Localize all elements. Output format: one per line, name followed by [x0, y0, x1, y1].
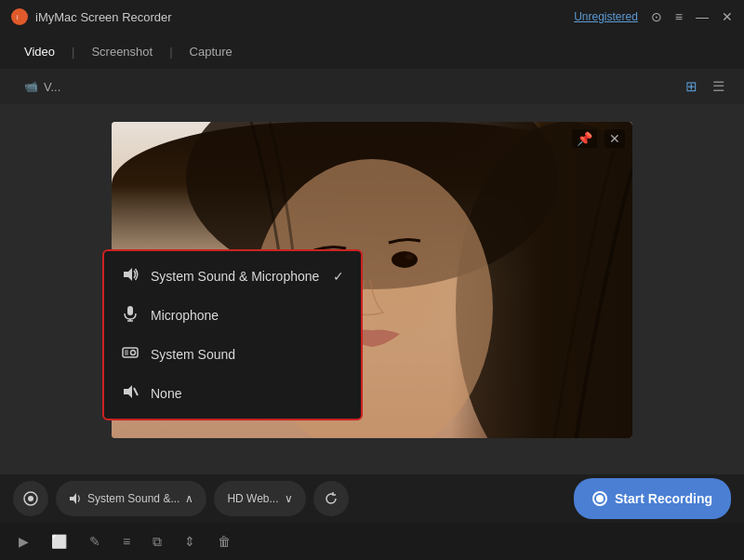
dropdown-item-none[interactable]: None — [104, 374, 361, 413]
dropdown-item-system-sound-mic[interactable]: System Sound & Microphone ✓ — [104, 257, 361, 296]
svg-point-6 — [392, 251, 418, 268]
tab-sep1: | — [72, 45, 74, 59]
microphone-label: Microphone — [151, 308, 344, 323]
system-sound-icon — [121, 344, 140, 365]
checkmark-icon: ✓ — [333, 269, 344, 284]
recording-circle-icon — [592, 491, 607, 506]
quality-label: HD Web... — [227, 492, 278, 505]
audio-source-label: System Sound &... — [87, 492, 179, 505]
tab-row: Video | Screenshot | Capture — [0, 33, 744, 69]
audio-dropdown-panel: System Sound & Microphone ✓ Microphone — [102, 249, 363, 420]
dropdown-item-system-sound[interactable]: System Sound — [104, 335, 361, 374]
main-area: 📹 V... ⊞ ☰ — [0, 69, 744, 560]
edit-btn[interactable]: ✎ — [86, 530, 104, 553]
audio-source-dropdown[interactable]: System Sound &... ∧ — [56, 481, 206, 516]
recording-dot — [596, 495, 604, 502]
delete-btn[interactable]: 🗑 — [214, 530, 234, 553]
system-sound-label: System Sound — [151, 347, 344, 362]
title-bar-left: i iMyMac Screen Recorder — [11, 8, 172, 25]
close-icon[interactable]: ✕ — [722, 9, 733, 24]
menu-icon[interactable]: ≡ — [675, 9, 683, 24]
content-header: 📹 V... ⊞ ☰ — [0, 69, 744, 104]
svg-point-8 — [405, 254, 413, 260]
dropdown-item-microphone[interactable]: Microphone — [104, 296, 361, 335]
screen-btn[interactable]: ⬜ — [47, 530, 71, 553]
svg-rect-14 — [125, 350, 128, 355]
camera-close-icon[interactable]: ✕ — [604, 129, 625, 148]
grid-view-btn[interactable]: ⊞ — [681, 75, 702, 98]
settings-icon[interactable]: ⊙ — [651, 9, 662, 24]
refresh-btn[interactable] — [313, 481, 349, 516]
preview-area: 📌 ✕ System Sound & Microphone ✓ — [0, 104, 744, 474]
svg-point-15 — [131, 351, 136, 355]
camera-toggle-btn[interactable] — [13, 481, 48, 516]
tab-capture[interactable]: Capture — [180, 39, 242, 64]
minimize-icon[interactable]: — — [696, 9, 709, 24]
svg-marker-9 — [124, 268, 132, 281]
align-btn[interactable]: ≡ — [119, 530, 134, 553]
speaker-icon — [121, 266, 140, 287]
list-view-btn[interactable]: ☰ — [708, 75, 729, 98]
play-btn[interactable]: ▶ — [15, 530, 33, 553]
microphone-icon — [121, 305, 140, 326]
crop-btn[interactable]: ⧉ — [149, 530, 166, 553]
system-sound-mic-label: System Sound & Microphone — [151, 269, 322, 284]
app-icon: i — [11, 8, 28, 25]
content-tab-video[interactable]: 📹 V... — [15, 69, 70, 104]
none-label: None — [151, 386, 344, 401]
action-bar: ▶ ⬜ ✎ ≡ ⧉ ⇕ 🗑 — [0, 523, 744, 560]
content-tab-label: V... — [44, 80, 60, 94]
tab-sep2: | — [169, 45, 172, 59]
video-tab-icon: 📹 — [24, 80, 38, 93]
start-recording-btn[interactable]: Start Recording — [574, 478, 731, 519]
start-recording-label: Start Recording — [615, 491, 712, 506]
svg-rect-10 — [127, 306, 133, 315]
unregistered-link[interactable]: Unregistered — [574, 10, 638, 23]
app-title: iMyMac Screen Recorder — [35, 10, 172, 24]
none-icon — [121, 383, 140, 404]
svg-marker-20 — [70, 493, 76, 504]
adjust-btn[interactable]: ⇕ — [180, 530, 199, 553]
tab-video[interactable]: Video — [15, 39, 64, 64]
view-toggle: ⊞ ☰ — [681, 75, 729, 98]
bottom-toolbar: System Sound &... ∧ HD Web... ∨ Start Re… — [0, 474, 744, 523]
svg-marker-16 — [124, 385, 132, 398]
title-bar: i iMyMac Screen Recorder Unregistered ⊙ … — [0, 0, 744, 33]
camera-overlay-controls: 📌 ✕ — [572, 129, 625, 148]
tab-screenshot[interactable]: Screenshot — [82, 39, 162, 64]
pin-icon[interactable]: 📌 — [572, 129, 597, 148]
quality-dropdown[interactable]: HD Web... ∨ — [214, 481, 305, 516]
title-bar-right: Unregistered ⊙ ≡ — ✕ — [574, 9, 733, 24]
quality-chevron: ∨ — [285, 492, 293, 505]
svg-line-17 — [134, 388, 138, 395]
audio-chevron: ∧ — [185, 492, 193, 505]
svg-point-19 — [28, 496, 33, 501]
